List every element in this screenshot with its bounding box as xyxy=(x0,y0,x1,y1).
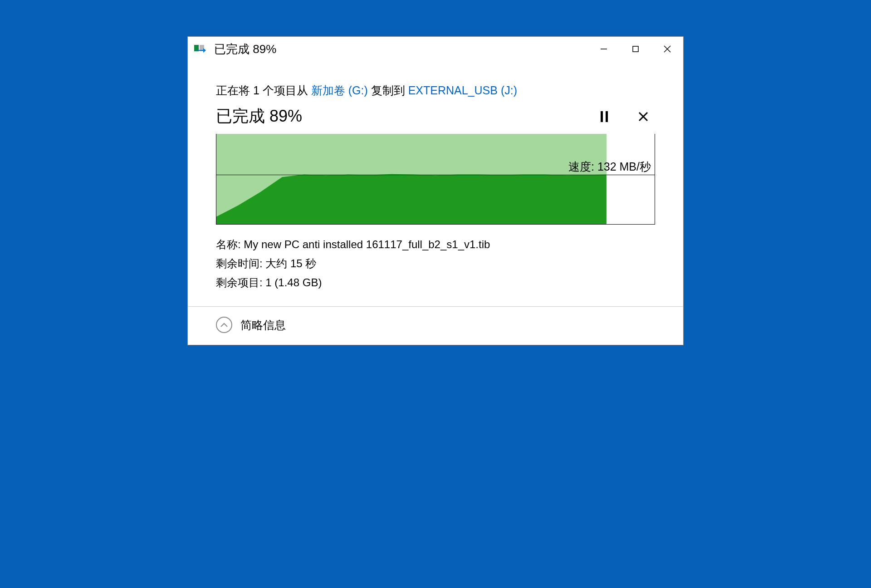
detail-name: 名称: My new PC anti installed 161117_full… xyxy=(216,237,655,252)
name-value: My new PC anti installed 161117_full_b2_… xyxy=(244,238,490,250)
source-link[interactable]: 新加卷 (G:) xyxy=(311,84,368,97)
copy-desc-prefix: 正在将 1 个项目从 xyxy=(216,84,311,97)
progress-controls xyxy=(596,108,651,125)
items-value: 1 (1.48 GB) xyxy=(265,276,322,289)
file-copy-dialog: 已完成 89% 正在将 1 个项目从 新加卷 (G:) 复制到 EXTERNAL… xyxy=(187,36,684,345)
speed-chart: 速度: 132 MB/秒 xyxy=(216,134,655,225)
toggle-details-button[interactable] xyxy=(216,317,232,333)
svg-rect-6 xyxy=(601,111,603,122)
cancel-button[interactable] xyxy=(635,108,651,125)
items-label: 剩余项目: xyxy=(216,276,265,289)
window-title: 已完成 89% xyxy=(214,41,588,57)
progress-row: 已完成 89% xyxy=(216,105,655,127)
chart-speed-curve xyxy=(216,134,655,224)
svg-rect-7 xyxy=(606,111,608,122)
speed-label-value: 132 MB/秒 xyxy=(597,160,651,173)
copy-desc-mid: 复制到 xyxy=(368,84,408,97)
titlebar: 已完成 89% xyxy=(188,37,683,61)
minimize-button[interactable] xyxy=(588,37,620,61)
copy-description: 正在将 1 个项目从 新加卷 (G:) 复制到 EXTERNAL_USB (J:… xyxy=(216,83,655,98)
detail-items-remaining: 剩余项目: 1 (1.48 GB) xyxy=(216,275,655,290)
destination-link[interactable]: EXTERNAL_USB (J:) xyxy=(408,84,517,97)
detail-time-remaining: 剩余时间: 大约 15 秒 xyxy=(216,256,655,271)
toggle-details-label[interactable]: 简略信息 xyxy=(240,318,286,333)
progress-label: 已完成 89% xyxy=(216,105,302,127)
copy-progress-icon xyxy=(194,44,208,54)
name-label: 名称: xyxy=(216,238,244,250)
maximize-button[interactable] xyxy=(620,37,651,61)
close-button[interactable] xyxy=(651,37,683,61)
time-label: 剩余时间: xyxy=(216,257,265,270)
dialog-content: 正在将 1 个项目从 新加卷 (G:) 复制到 EXTERNAL_USB (J:… xyxy=(188,61,683,345)
time-value: 大约 15 秒 xyxy=(265,257,316,270)
speed-reference-line xyxy=(216,175,655,175)
speed-label: 速度: 132 MB/秒 xyxy=(568,159,651,174)
svg-rect-3 xyxy=(633,46,638,52)
pause-button[interactable] xyxy=(596,108,612,125)
footer: 简略信息 xyxy=(188,306,683,345)
speed-label-prefix: 速度: xyxy=(568,160,597,173)
